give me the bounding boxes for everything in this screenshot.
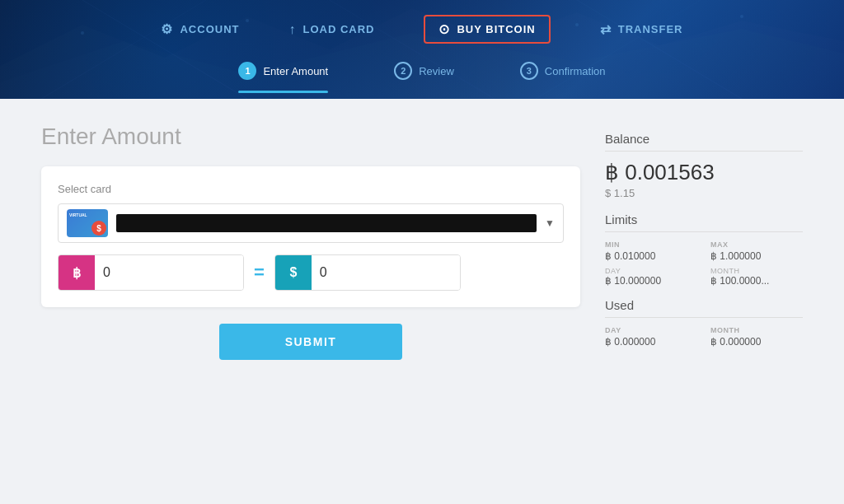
balance-usd: $ 1.15: [605, 187, 803, 199]
submit-section: SUBMIT: [41, 324, 580, 360]
right-panel: Balance ฿ 0.001563 $ 1.15 Limits MIN ฿ 0…: [605, 124, 803, 479]
step-1-number: 1: [238, 62, 256, 80]
buy-bitcoin-icon: ⊙: [438, 21, 450, 37]
step-3-number: 3: [520, 62, 538, 80]
used-month-header: MONTH: [710, 326, 803, 334]
main-content: Enter Amount Select card $ ▼ ฿ =: [0, 99, 844, 504]
btc-symbol: ฿: [73, 265, 81, 281]
form-card: Select card $ ▼ ฿ = $: [41, 166, 580, 307]
step-enter-amount[interactable]: 1 Enter Amount: [238, 62, 328, 86]
usd-symbol: $: [289, 265, 297, 280]
step-2-label: Review: [419, 65, 454, 77]
day-val: ฿ 10.000000: [605, 275, 697, 287]
btc-input-group: ฿: [58, 254, 244, 291]
card-select-dropdown[interactable]: $ ▼: [58, 203, 564, 243]
day-header: DAY: [605, 267, 697, 275]
usd-input-group: $: [274, 254, 461, 291]
page-title: Enter Amount: [41, 124, 580, 150]
min-header: MIN: [605, 240, 697, 249]
balance-divider: [605, 151, 803, 152]
card-image: $: [67, 209, 108, 237]
max-val: ฿ 1.000000: [710, 250, 803, 262]
chevron-down-icon: ▼: [545, 217, 555, 229]
max-col: MAX ฿ 1.000000: [710, 240, 803, 262]
day-col: DAY ฿ 10.000000: [605, 267, 697, 287]
step-3-label: Confirmation: [545, 65, 606, 77]
card-dollar-icon: $: [91, 221, 106, 236]
used-day-val: ฿ 0.000000: [605, 336, 697, 348]
nav-transfer[interactable]: ⇄ TRANSFER: [600, 21, 683, 37]
step-1-label: Enter Amount: [263, 65, 328, 77]
used-day-header: DAY: [605, 326, 697, 334]
balance-title: Balance: [605, 132, 803, 146]
card-number-masked: [116, 214, 537, 232]
step-review[interactable]: 2 Review: [394, 62, 454, 86]
nav-account-label: ACCOUNT: [180, 23, 239, 35]
min-val: ฿ 0.010000: [605, 250, 697, 262]
limits-title: Limits: [605, 212, 803, 226]
balance-btc: ฿ 0.001563: [605, 160, 803, 185]
btc-amount-input[interactable]: [95, 255, 243, 290]
select-card-label: Select card: [58, 183, 564, 195]
amount-row: ฿ = $: [58, 254, 564, 291]
limits-grid: MIN ฿ 0.010000 MAX ฿ 1.000000 DAY ฿ 10.0…: [605, 240, 803, 287]
btc-prefix: ฿: [59, 255, 95, 290]
step-confirmation[interactable]: 3 Confirmation: [520, 62, 606, 86]
nav-buy-bitcoin[interactable]: ⊙ BUY BITCOIN: [424, 15, 550, 44]
max-header: MAX: [710, 240, 803, 249]
load-card-icon: ↑: [288, 22, 296, 37]
nav-account[interactable]: ⚙ ACCOUNT: [161, 21, 239, 37]
used-title: Used: [605, 298, 803, 312]
nav-load-card[interactable]: ↑ LOAD CARD: [288, 22, 374, 37]
limits-divider: [605, 231, 803, 232]
nav-transfer-label: TRANSFER: [618, 23, 683, 35]
month-val: ฿ 100.0000...: [710, 275, 803, 287]
equals-sign: =: [254, 262, 265, 283]
used-month-col: MONTH ฿ 0.000000: [710, 326, 803, 348]
steps-bar: 1 Enter Amount 2 Review 3 Confirmation: [0, 44, 844, 86]
used-divider: [605, 317, 803, 318]
nav-bar: ⚙ ACCOUNT ↑ LOAD CARD ⊙ BUY BITCOIN ⇄ TR…: [0, 0, 844, 44]
usd-amount-input[interactable]: [312, 255, 460, 290]
nav-load-card-label: LOAD CARD: [302, 23, 374, 35]
month-header: MONTH: [710, 267, 803, 275]
min-col: MIN ฿ 0.010000: [605, 240, 697, 262]
usd-prefix: $: [275, 255, 312, 290]
used-month-val: ฿ 0.000000: [710, 336, 803, 348]
nav-buy-bitcoin-label: BUY BITCOIN: [457, 23, 535, 35]
left-panel: Enter Amount Select card $ ▼ ฿ =: [41, 124, 580, 479]
account-icon: ⚙: [161, 21, 173, 37]
used-day-col: DAY ฿ 0.000000: [605, 326, 697, 348]
month-col: MONTH ฿ 100.0000...: [710, 267, 803, 287]
header: ⚙ ACCOUNT ↑ LOAD CARD ⊙ BUY BITCOIN ⇄ TR…: [0, 0, 844, 99]
submit-button[interactable]: SUBMIT: [219, 324, 403, 360]
step-2-number: 2: [394, 62, 412, 80]
used-grid: DAY ฿ 0.000000 MONTH ฿ 0.000000: [605, 326, 803, 348]
transfer-icon: ⇄: [600, 21, 612, 37]
